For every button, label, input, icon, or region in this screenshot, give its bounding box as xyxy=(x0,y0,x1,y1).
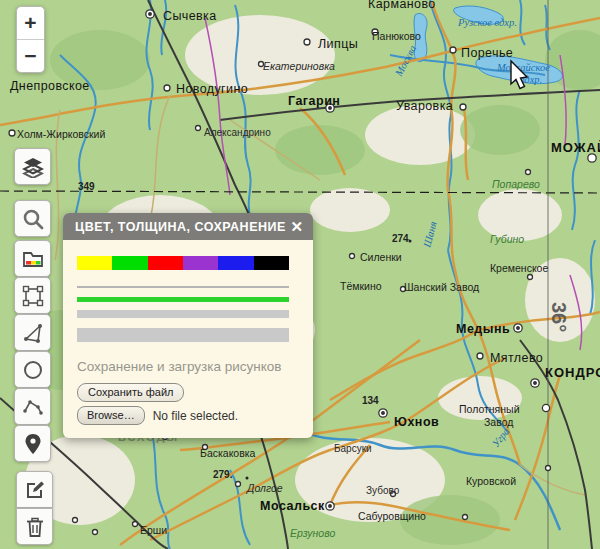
map-label: Губино xyxy=(490,233,524,245)
map-label: Юхнов xyxy=(394,415,439,429)
trash-icon xyxy=(26,517,44,537)
search-button[interactable] xyxy=(14,200,51,237)
map-label: Можайское xyxy=(496,62,550,73)
map-label: Медынь xyxy=(456,322,510,336)
draw-circle-button[interactable] xyxy=(14,351,51,388)
color-swatch-green[interactable] xyxy=(112,256,147,270)
edit-drawing-button[interactable] xyxy=(16,471,53,508)
map-label: Сабуровщино xyxy=(358,510,426,522)
map-label: Барсуки xyxy=(334,443,372,454)
map-label: Ерзуново xyxy=(290,527,335,539)
circle-icon xyxy=(22,359,44,381)
map-label: Сычевка xyxy=(163,9,217,23)
dialog-body: Сохранение и загрузка рисунков Сохранить… xyxy=(63,240,313,438)
folder-colors-icon xyxy=(22,249,44,269)
draw-marker-button[interactable] xyxy=(14,425,51,462)
dialog-title: ЦВЕТ, ТОЛЩИНА, СОХРАНЕНИЕ xyxy=(75,220,290,234)
map-label: Поречье xyxy=(461,46,513,60)
elevation-label: 274 xyxy=(392,233,409,244)
color-thickness-save-dialog: ЦВЕТ, ТОЛЩИНА, СОХРАНЕНИЕ ✕ Сохранение и… xyxy=(63,213,313,438)
map-label: Мятлево xyxy=(490,351,543,365)
polygon-icon xyxy=(22,322,44,344)
map-label: Завод xyxy=(484,416,513,428)
map-label: Уваровка xyxy=(396,99,453,113)
zoom-out-button[interactable]: − xyxy=(17,40,44,72)
map-label: Кременское xyxy=(490,262,548,274)
map-label: Липцы xyxy=(318,37,358,51)
browse-button[interactable]: Browse… xyxy=(77,406,145,425)
zoom-control: + − xyxy=(16,6,45,73)
layers-button[interactable] xyxy=(14,148,51,185)
map-label: Днепровское xyxy=(10,79,90,93)
elevation-label: 134 xyxy=(362,395,379,406)
map-label: Долгое xyxy=(246,482,283,494)
marker-icon xyxy=(24,433,42,455)
rectangle-icon xyxy=(22,285,44,307)
polyline-icon xyxy=(22,396,44,418)
map-label: Силенки xyxy=(360,251,402,263)
elevation-label: 349 xyxy=(78,181,95,192)
map-label: Панюково xyxy=(372,30,421,42)
color-swatch-black[interactable] xyxy=(254,256,289,270)
color-swatch-blue[interactable] xyxy=(218,256,253,270)
map-label: Полотняный xyxy=(459,403,520,415)
draw-polygon-button[interactable] xyxy=(14,314,51,351)
map-app: Сычевка Карманово Панюково Липцы Рузское… xyxy=(0,0,600,549)
color-swatch-red[interactable] xyxy=(148,256,183,270)
draw-rectangle-button[interactable] xyxy=(14,277,51,314)
map-label: Александрино xyxy=(204,127,271,138)
draw-polyline-button[interactable] xyxy=(14,388,51,425)
color-swatch-yellow[interactable] xyxy=(77,256,112,270)
map-label: Попарево xyxy=(492,178,540,190)
thickness-option-medium[interactable] xyxy=(77,310,289,318)
color-palette xyxy=(77,256,289,270)
elevation-label: 279. xyxy=(213,469,233,480)
thickness-option-selected[interactable] xyxy=(77,297,289,302)
edit-icon xyxy=(25,480,45,500)
map-label: Куровской xyxy=(466,475,516,487)
map-label: Баскаковка xyxy=(200,447,256,459)
map-label: Рузское вдхр. xyxy=(457,17,517,28)
layers-icon xyxy=(22,156,44,178)
map-label: Ерши xyxy=(140,524,167,536)
search-icon xyxy=(22,208,44,230)
save-file-button[interactable]: Сохранить файл xyxy=(77,383,184,402)
saved-drawings-folder-button[interactable] xyxy=(14,240,51,277)
map-label: Тёмкино xyxy=(340,280,382,292)
map-label: КОНДРОВО xyxy=(545,365,600,380)
thickness-option-thick[interactable] xyxy=(77,328,289,342)
map-label: Мосальск xyxy=(260,499,325,513)
map-label: Новодугино xyxy=(176,82,248,96)
color-swatch-purple[interactable] xyxy=(183,256,218,270)
save-load-section-label: Сохранение и загрузка рисунков xyxy=(77,359,299,374)
map-label: Зубово xyxy=(366,485,400,496)
file-input-row: Browse… No file selected. xyxy=(77,406,299,425)
file-status-text: No file selected. xyxy=(153,409,238,423)
thickness-option-thin[interactable] xyxy=(77,286,289,288)
map-label: Гагарин xyxy=(288,94,340,108)
map-label: МОЖАЙСК xyxy=(551,140,600,155)
delete-drawing-button[interactable] xyxy=(16,508,53,545)
map-label: Карманово xyxy=(368,0,436,11)
map-label: Екатериновка xyxy=(263,60,335,72)
map-label: Холм-Жирковский xyxy=(17,128,105,140)
map-label: Шанский Завод xyxy=(404,281,479,293)
grid-label: 36° xyxy=(548,302,570,332)
dialog-header[interactable]: ЦВЕТ, ТОЛЩИНА, СОХРАНЕНИЕ ✕ xyxy=(63,213,313,240)
close-icon[interactable]: ✕ xyxy=(290,219,303,234)
zoom-in-button[interactable]: + xyxy=(17,7,44,40)
